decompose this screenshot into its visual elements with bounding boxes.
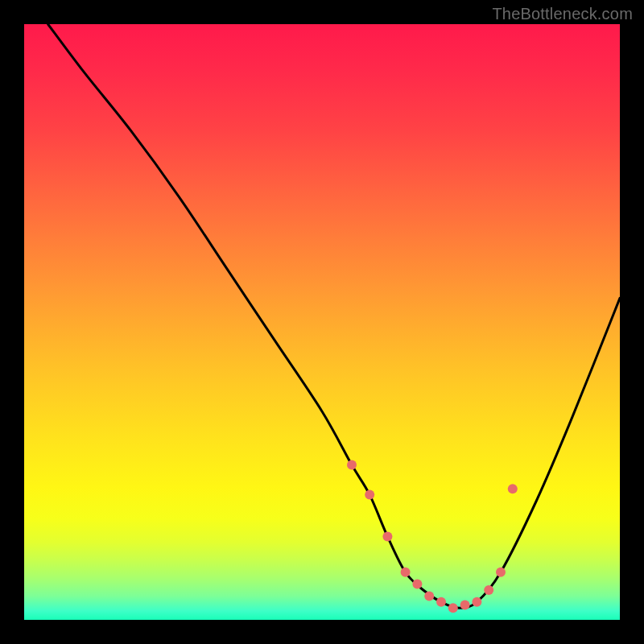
highlight-point <box>484 585 493 595</box>
curve-svg <box>24 24 620 620</box>
highlight-markers <box>347 460 518 613</box>
highlight-point <box>401 568 411 577</box>
bottleneck-curve-line <box>48 24 620 608</box>
highlight-point <box>347 460 357 470</box>
highlight-point <box>382 531 392 541</box>
highlight-point <box>424 591 434 601</box>
highlight-point <box>460 601 470 610</box>
chart-frame: TheBottleneck.com <box>0 0 644 644</box>
watermark-text: TheBottleneck.com <box>492 5 633 23</box>
highlight-point <box>365 490 374 500</box>
highlight-point <box>412 580 422 589</box>
highlight-point <box>448 603 458 613</box>
highlight-point <box>472 597 481 607</box>
highlight-point <box>436 597 446 607</box>
highlight-point <box>496 568 506 577</box>
plot-area <box>24 24 620 620</box>
highlight-point <box>508 484 518 493</box>
